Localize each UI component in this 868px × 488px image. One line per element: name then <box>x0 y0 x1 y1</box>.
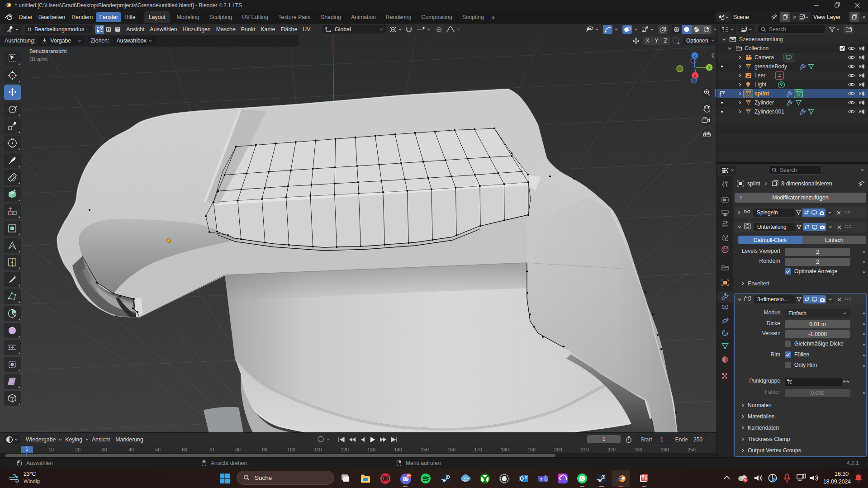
svg-text:9+: 9+ <box>407 474 411 477</box>
svg-text:T: T <box>540 477 543 482</box>
